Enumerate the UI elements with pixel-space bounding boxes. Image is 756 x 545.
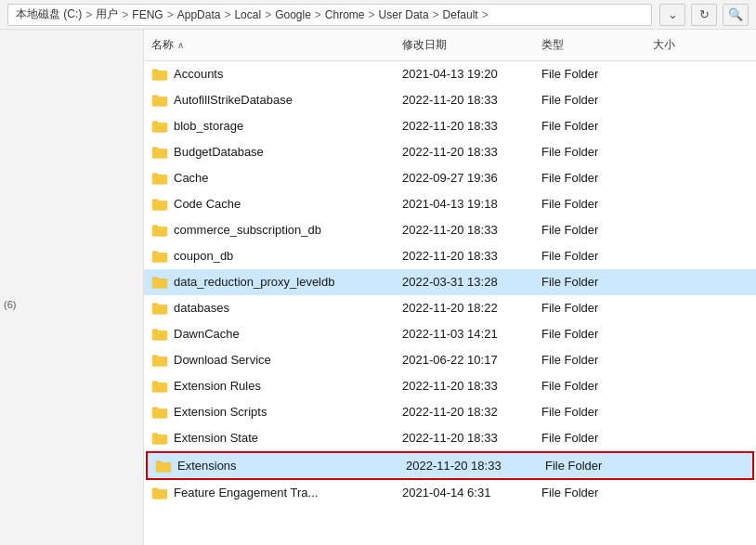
file-size-cell (645, 90, 720, 110)
file-type: File Folder (541, 223, 598, 237)
table-row[interactable]: Extension Rules 2022-11-20 18:33 File Fo… (144, 373, 756, 399)
file-type-cell: File Folder (534, 324, 645, 344)
file-date-cell: 2022-11-20 18:33 (398, 456, 538, 475)
file-date: 2022-11-20 18:33 (402, 145, 498, 159)
table-row[interactable]: data_reduction_proxy_leveldb 2022-03-31 … (144, 269, 756, 295)
folder-icon (151, 250, 168, 263)
file-date: 2022-11-20 18:33 (402, 379, 498, 393)
file-name-cell: Code Cache (144, 194, 395, 214)
table-row[interactable]: BudgetDatabase 2022-11-20 18:33 File Fol… (144, 139, 756, 165)
sidebar-label (0, 30, 143, 45)
titlebar-controls: ⌄ ↻ 🔍 (659, 4, 749, 26)
type-column-header[interactable]: 类型 (534, 33, 645, 57)
table-row[interactable]: Accounts 2021-04-13 19:20 File Folder (144, 61, 756, 87)
file-size-cell (645, 246, 720, 266)
file-type-cell: File Folder (534, 168, 645, 188)
table-row[interactable]: Extension State 2022-11-20 18:33 File Fo… (144, 425, 756, 451)
table-row[interactable]: DawnCache 2022-11-03 14:21 File Folder (144, 321, 756, 347)
file-size-cell (649, 456, 723, 475)
file-size-cell (645, 194, 720, 214)
file-date-cell: 2021-04-13 19:18 (395, 194, 534, 214)
file-date: 2022-11-03 14:21 (402, 327, 498, 341)
table-row[interactable]: Cache 2022-09-27 19:36 File Folder (144, 165, 756, 191)
file-name: Accounts (174, 67, 223, 81)
table-row[interactable]: Extension Scripts 2022-11-20 18:32 File … (144, 399, 756, 425)
folder-icon (151, 328, 168, 341)
file-type: File Folder (541, 93, 598, 107)
folder-icon (151, 276, 168, 289)
file-name: blob_storage (174, 119, 243, 133)
file-date-cell: 2022-11-20 18:22 (395, 298, 534, 318)
file-date-cell: 2022-09-27 19:36 (395, 168, 534, 188)
table-row[interactable]: AutofillStrikeDatabase 2022-11-20 18:33 … (144, 87, 756, 113)
table-row[interactable]: commerce_subscription_db 2022-11-20 18:3… (144, 217, 756, 243)
file-name-cell: Extension Scripts (144, 402, 395, 422)
folder-icon (151, 302, 168, 315)
title-bar: 本地磁盘 (C:) > 用户 > FENG > AppData > Local … (0, 0, 756, 30)
file-list-content[interactable]: 名称 ∧ 修改日期 类型 大小 Accounts 2021-04-13 19:2… (144, 30, 756, 545)
file-date: 2022-11-20 18:33 (402, 119, 498, 133)
file-size-cell (645, 142, 720, 162)
table-row[interactable]: databases 2022-11-20 18:22 File Folder (144, 295, 756, 321)
file-type: File Folder (541, 301, 598, 315)
file-type: File Folder (541, 171, 598, 185)
address-bar[interactable]: 本地磁盘 (C:) > 用户 > FENG > AppData > Local … (7, 4, 652, 26)
file-date: 2022-11-20 18:33 (402, 249, 498, 263)
file-rows-container: Accounts 2021-04-13 19:20 File Folder Au… (144, 61, 756, 506)
file-name-cell: Feature Engagement Tra... (144, 483, 395, 502)
file-type: File Folder (541, 275, 598, 289)
table-row[interactable]: Download Service 2021-06-22 10:17 File F… (144, 347, 756, 373)
file-size-cell (645, 324, 720, 344)
table-row[interactable]: coupon_db 2022-11-20 18:33 File Folder (144, 243, 756, 269)
refresh-button[interactable]: ↻ (691, 4, 717, 26)
file-name-cell: blob_storage (144, 116, 395, 136)
table-row[interactable]: Code Cache 2021-04-13 19:18 File Folder (144, 191, 756, 217)
size-column-header[interactable]: 大小 (645, 33, 720, 57)
name-column-header[interactable]: 名称 ∧ (144, 33, 395, 57)
file-type: File Folder (541, 379, 598, 393)
date-column-header[interactable]: 修改日期 (395, 33, 534, 57)
file-name-cell: commerce_subscription_db (144, 220, 395, 240)
file-name-cell: Extensions (148, 456, 398, 475)
file-type-cell: File Folder (534, 194, 645, 214)
file-type: File Folder (541, 486, 598, 500)
file-size-cell (645, 483, 720, 502)
file-size-cell (645, 272, 720, 292)
table-row[interactable]: blob_storage 2022-11-20 18:33 File Folde… (144, 113, 756, 139)
file-name: Extension Rules (174, 379, 261, 393)
file-date: 2022-11-20 18:33 (402, 223, 498, 237)
folder-icon (151, 68, 168, 81)
file-date: 2022-11-20 18:33 (402, 431, 498, 445)
file-type: File Folder (541, 119, 598, 133)
file-name-cell: Extension Rules (144, 376, 395, 396)
file-name: Code Cache (174, 197, 241, 211)
file-name: Cache (174, 171, 209, 185)
file-date: 2022-11-20 18:32 (402, 405, 498, 419)
file-date-cell: 2022-11-20 18:33 (395, 428, 534, 448)
dropdown-button[interactable]: ⌄ (659, 4, 685, 26)
file-type: File Folder (541, 249, 598, 263)
sort-arrow-icon: ∧ (177, 40, 184, 50)
table-row[interactable]: Feature Engagement Tra... 2021-04-14 6:3… (144, 480, 756, 506)
file-date: 2021-06-22 10:17 (402, 353, 498, 367)
file-date-cell: 2021-06-22 10:17 (395, 350, 534, 370)
folder-icon (151, 432, 168, 445)
file-date-cell: 2022-11-20 18:33 (395, 376, 534, 396)
file-type-cell: File Folder (534, 116, 645, 136)
folder-icon (151, 487, 168, 500)
file-type: File Folder (541, 353, 598, 367)
file-size-cell (645, 220, 720, 240)
table-row[interactable]: Extensions 2022-11-20 18:33 File Folder (146, 451, 754, 480)
file-type: File Folder (541, 197, 598, 211)
file-type-cell: File Folder (538, 456, 649, 475)
file-size-cell (645, 402, 720, 422)
file-type: File Folder (545, 459, 602, 473)
file-name-cell: BudgetDatabase (144, 142, 395, 162)
file-size-cell (645, 64, 720, 84)
file-date-cell: 2022-03-31 13:28 (395, 272, 534, 292)
folder-icon (151, 198, 168, 211)
search-button[interactable]: 🔍 (723, 4, 749, 26)
file-date: 2021-04-13 19:18 (402, 197, 498, 211)
file-type-cell: File Folder (534, 376, 645, 396)
file-date-cell: 2022-11-20 18:33 (395, 142, 534, 162)
